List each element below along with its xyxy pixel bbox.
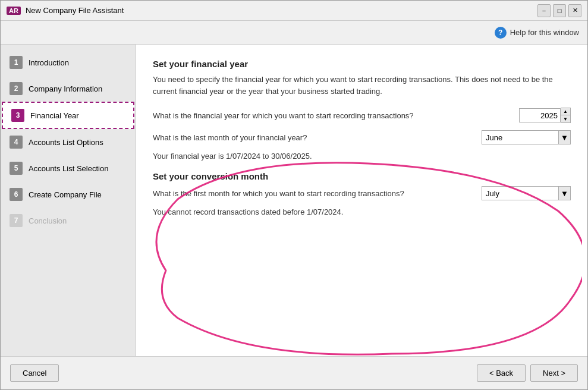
year-increment-button[interactable]: ▲ <box>561 108 570 115</box>
sidebar-label-1: Introduction <box>29 58 69 67</box>
financial-year-info: Your financial year is 1/07/2024 to 30/0… <box>153 152 571 161</box>
footer-left: Cancel <box>10 364 477 382</box>
help-button[interactable]: ? Help for this window <box>495 27 579 39</box>
financial-year-label: What is the financial year for which you… <box>153 111 519 120</box>
help-icon: ? <box>495 27 507 39</box>
sidebar-label-5: Accounts List Selection <box>29 164 108 173</box>
sidebar-num-1: 1 <box>10 56 23 69</box>
last-month-select-control: June ▼ <box>482 130 571 144</box>
sidebar-num-5: 5 <box>10 162 23 175</box>
year-value[interactable]: 2025 <box>519 108 561 122</box>
help-label: Help for this window <box>510 28 579 37</box>
main-content: 1 Introduction 2 Company Information 3 F… <box>1 45 587 356</box>
minimize-button[interactable]: − <box>537 4 551 17</box>
helpbar: ? Help for this window <box>1 21 587 45</box>
sidebar-num-7: 7 <box>10 214 23 227</box>
main-window: AR New Company File Assistant − □ ✕ ? He… <box>0 0 588 390</box>
close-button[interactable]: ✕ <box>568 4 581 17</box>
sidebar-item-company-information[interactable]: 2 Company Information <box>1 76 136 102</box>
footer-right: < Back Next > <box>477 364 578 382</box>
conversion-month-select[interactable]: July <box>482 186 559 200</box>
sidebar: 1 Introduction 2 Company Information 3 F… <box>1 45 136 356</box>
sidebar-item-accounts-list-options[interactable]: 4 Accounts List Options <box>1 129 136 155</box>
sidebar-item-financial-year[interactable]: 3 Financial Year <box>2 102 134 129</box>
conversion-month-dropdown-arrow[interactable]: ▼ <box>559 186 571 200</box>
window-controls: − □ ✕ <box>537 4 581 17</box>
year-spinner-control: 2025 ▲ ▼ <box>519 108 571 123</box>
sidebar-item-introduction[interactable]: 1 Introduction <box>1 49 136 76</box>
back-button[interactable]: < Back <box>477 364 526 382</box>
sidebar-item-conclusion: 7 Conclusion <box>1 207 136 234</box>
last-month-label: What is the last month of your financial… <box>153 133 482 142</box>
conversion-warning-text: You cannot record transactions dated bef… <box>153 207 571 216</box>
app-logo: AR <box>7 7 21 15</box>
sidebar-label-7: Conclusion <box>29 216 67 225</box>
sidebar-num-3: 3 <box>11 109 24 122</box>
sidebar-label-4: Accounts List Options <box>29 138 103 147</box>
year-decrement-button[interactable]: ▼ <box>561 115 570 122</box>
sidebar-num-6: 6 <box>10 188 23 201</box>
sidebar-item-accounts-list-selection[interactable]: 5 Accounts List Selection <box>1 155 136 181</box>
footer: Cancel < Back Next > <box>1 356 587 389</box>
conversion-month-title: Set your conversion month <box>153 171 571 181</box>
content-panel: Set your financial year You need to spec… <box>136 45 587 356</box>
conversion-month-label: What is the first month for which you wa… <box>153 189 482 198</box>
cancel-button[interactable]: Cancel <box>10 364 59 382</box>
titlebar: AR New Company File Assistant − □ ✕ <box>1 1 587 21</box>
sidebar-label-6: Create Company File <box>29 190 102 199</box>
financial-year-row: What is the financial year for which you… <box>153 108 571 123</box>
financial-year-description: You need to specify the financial year f… <box>153 74 571 97</box>
window-title: New Company File Assistant <box>26 6 537 15</box>
sidebar-num-4: 4 <box>10 136 23 149</box>
financial-year-title: Set your financial year <box>153 59 571 69</box>
maximize-button[interactable]: □ <box>553 4 566 17</box>
last-month-select[interactable]: June <box>482 130 559 144</box>
sidebar-num-2: 2 <box>10 82 23 95</box>
conversion-month-select-control: July ▼ <box>482 186 571 200</box>
conversion-month-row: What is the first month for which you wa… <box>153 186 571 200</box>
sidebar-item-create-company-file[interactable]: 6 Create Company File <box>1 181 136 207</box>
last-month-row: What is the last month of your financial… <box>153 130 571 144</box>
year-spinner-buttons: ▲ ▼ <box>561 108 571 123</box>
next-button[interactable]: Next > <box>530 364 578 382</box>
last-month-dropdown-arrow[interactable]: ▼ <box>559 130 571 144</box>
sidebar-label-3: Financial Year <box>30 111 79 120</box>
sidebar-label-2: Company Information <box>29 84 102 93</box>
